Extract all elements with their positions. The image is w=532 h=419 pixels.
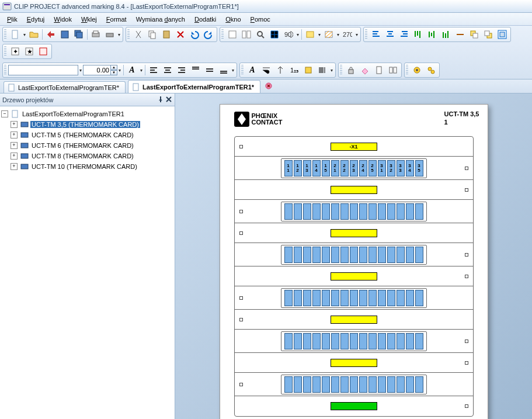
direction-button[interactable] [274,64,287,77]
terminal[interactable] [331,290,339,306]
terminal[interactable] [368,203,377,220]
terminal[interactable] [378,247,386,263]
terminal[interactable] [331,203,339,220]
tab-0[interactable]: LastExportToExternalProgramTER* [4,81,126,93]
terminal[interactable]: 31 [378,160,386,176]
plugin-1-button[interactable]: ✦ [9,45,22,58]
align-center-h-button[interactable] [384,28,397,41]
tree-item-4[interactable]: +UCT-TM 10 (THERMOMARK CARD) [1,161,173,172]
barcode-button[interactable] [316,64,329,77]
settings-gear-button[interactable] [411,64,423,77]
terminal[interactable]: 34 [406,160,414,176]
terminal[interactable] [415,203,423,220]
terminal[interactable] [359,333,367,349]
eraser-button[interactable] [359,64,371,77]
save-all-button[interactable] [72,28,85,41]
highlight-button[interactable] [304,28,317,41]
text-align-bottom-button[interactable] [217,64,230,77]
terminal[interactable] [406,376,414,393]
cut-button[interactable] [132,28,145,41]
terminal[interactable]: 35 [415,160,423,176]
terminal[interactable] [387,376,395,393]
view-multi-button[interactable] [387,64,399,77]
rotate-90-button[interactable]: 90 [282,28,295,41]
canvas[interactable]: PHŒNIX CONTACT UCT-TM 3,5 1 -X1111213141… [175,94,532,419]
menu-okno[interactable]: Okno [221,15,245,24]
terminal[interactable] [359,376,367,393]
menu-format[interactable]: Format [102,15,131,24]
terminal[interactable] [284,376,293,393]
close-icon[interactable] [165,96,172,104]
terminal[interactable]: 12 [294,160,302,176]
page-layout-2-button[interactable] [240,28,253,41]
terminal[interactable] [312,376,321,393]
hatch-button[interactable] [322,28,335,41]
tree-expand[interactable]: + [11,153,18,160]
autofit-button[interactable]: A [246,64,259,77]
font-family-combo[interactable]: ▾ [8,65,83,75]
terminal[interactable] [350,203,358,220]
grid-button[interactable] [268,28,281,41]
terminal[interactable]: 25 [368,160,377,176]
terminal[interactable] [322,333,330,349]
terminal[interactable]: 13 [303,160,311,176]
terminal[interactable] [350,333,358,349]
terminal[interactable] [406,203,414,220]
print-dropdown[interactable]: ▾ [118,32,120,37]
terminal[interactable] [312,203,321,220]
print-preview-button[interactable] [89,28,102,41]
redo-button[interactable] [202,28,215,41]
menu-wklej[interactable]: Wklej [77,15,102,24]
terminal[interactable] [378,376,386,393]
undo-button[interactable] [188,28,201,41]
terminal[interactable] [303,247,311,263]
terminal[interactable] [340,290,349,306]
paste-button[interactable] [160,28,173,41]
text-align-left-button[interactable] [147,64,160,77]
menu-widok[interactable]: Widok [49,15,77,24]
terminal[interactable]: 24 [359,160,367,176]
terminal[interactable] [378,290,386,306]
clear-button[interactable] [37,45,50,58]
terminal[interactable] [312,333,321,349]
align-bottom-button[interactable] [440,28,453,41]
terminal[interactable] [331,376,339,393]
text-align-center-button[interactable] [161,64,174,77]
copy-button[interactable] [146,28,159,41]
align-right-button[interactable] [398,28,411,41]
send-back-button[interactable] [482,28,495,41]
settings-cogs-button[interactable] [425,64,437,77]
menu-wymiana-danych[interactable]: Wymiana danych [131,15,190,24]
page-layout-1-button[interactable] [226,28,239,41]
terminal[interactable] [397,247,405,263]
tab-1[interactable]: LastExportToExternalProgramTER1* [128,80,260,93]
terminal[interactable] [415,247,423,263]
tree-item-3[interactable]: +UCT-TM 8 (THERMOMARK CARD) [1,151,173,161]
terminal[interactable] [415,376,423,393]
terminal[interactable] [406,247,414,263]
view-single-button[interactable] [373,64,385,77]
terminal[interactable] [387,203,395,220]
export-button[interactable] [44,28,57,41]
align-middle-v-button[interactable] [426,28,439,41]
tree-collapse-root[interactable]: − [1,110,8,117]
terminal[interactable] [378,203,386,220]
zoom-button[interactable] [254,28,267,41]
menu-pomoc[interactable]: Pomoc [246,15,275,24]
terminal[interactable] [331,333,339,349]
terminal[interactable] [340,376,349,393]
lock-button[interactable] [345,64,357,77]
size-up[interactable]: ▲ [110,65,117,70]
terminal[interactable] [340,247,349,263]
open-folder-button[interactable] [27,28,40,41]
bring-front-button[interactable] [468,28,481,41]
shape-button[interactable] [302,64,315,77]
terminal[interactable] [387,247,395,263]
menu-plik[interactable]: Plik [2,15,22,24]
text-align-dropdown[interactable]: ▾ [232,68,234,73]
terminal[interactable] [322,203,330,220]
terminal[interactable] [331,247,339,263]
terminal[interactable] [294,247,302,263]
group-mark-button[interactable] [496,28,509,41]
terminal[interactable] [303,333,311,349]
